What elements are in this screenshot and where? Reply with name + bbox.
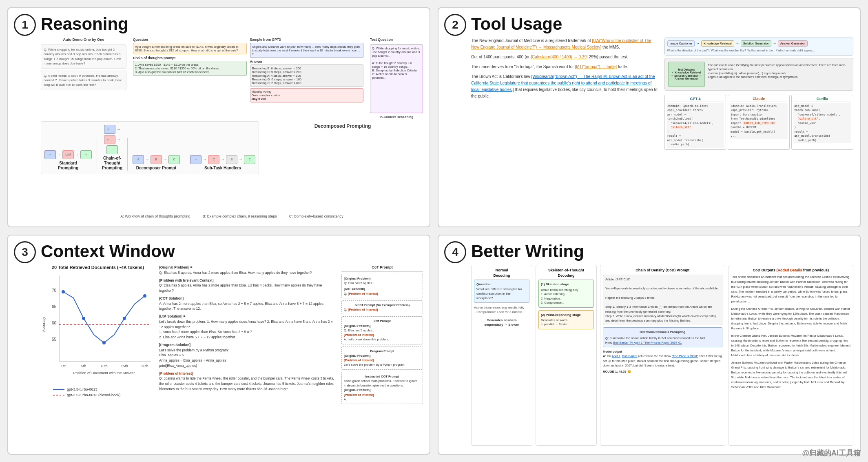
svg-text:5th: 5th — [81, 364, 86, 368]
legend-solid-line — [53, 389, 64, 390]
directional-stimulus-label: Directional Stimulus Prompting — [605, 330, 720, 334]
answer-box: Reasoning E: 6 steps, answer = 200 Reaso… — [250, 64, 364, 87]
cod-outputs-title: CoD Outputs (Added Details from previous… — [731, 268, 851, 273]
card3-chart-area: 20 Total Retrieved Documents (~4K tokens… — [41, 265, 155, 446]
cot-right-col: Sample from GPT3 Angela and Melanie want… — [250, 38, 364, 118]
card-number-1: 1 — [14, 14, 36, 36]
svg-text:Position of Document with the : Position of Document with the Answer — [73, 371, 135, 375]
flow-description: What is the direction of the past? / Wha… — [667, 49, 851, 53]
prompt-examples-col: [Original Problem] = Q: Elsa has 5 apple… — [159, 265, 337, 446]
irrel-label: [Problem with Irrelevant Context] — [159, 278, 337, 283]
gpt4-col: GPT-4 <domain: Speech-to-Text> <api_prov… — [664, 95, 726, 150]
flow-arrow-2: → — [736, 42, 739, 45]
orig-prob-label: [Original Problem] = — [159, 265, 337, 270]
point-exp-content: Generates answersin parallel → Faster — [541, 318, 591, 327]
flow-knowledge: Knowledge Retrieval — [701, 40, 734, 47]
poi-label: [Problem of Interest] — [159, 371, 337, 376]
caption-b: B: Example complex chain, 9 reasoning st… — [203, 214, 277, 218]
pbox-input: ··· — [44, 150, 56, 159]
instructed-cot-label: Instructed COT Prompt — [344, 374, 421, 379]
flow-arrow-1: → — [696, 42, 700, 45]
arrow-cot-2: → — [117, 137, 121, 142]
flow-answer: Answer Generator — [778, 40, 808, 47]
card3-content: 20 Total Retrieved Documents (~4K tokens… — [41, 265, 423, 446]
reasoning-box-1: Q: While shopping for music online, Joe … — [41, 44, 126, 69]
irrelevant-context: [Problem with Irrelevant Context] Q: Els… — [159, 278, 337, 293]
card-title-4: Better Writing — [471, 242, 853, 261]
prog-sol-label: [Program Solution] — [159, 342, 337, 348]
instructed-cot-box: Instructed COT Prompt Solve grade school… — [341, 372, 423, 404]
decomposer-boxes: A → B → C — [133, 155, 180, 164]
normal-question-box: Question: What are different strategies … — [474, 280, 529, 303]
card-number-4: 4 — [444, 241, 466, 263]
reasoning-qa-column: Auto Demo One by One Q: While shopping f… — [41, 38, 126, 118]
card-context-window: 3 Context Window 20 Total Retrieved Docu… — [7, 235, 430, 455]
cod-outputs-section: CoD Outputs (Added Details from previous… — [728, 265, 854, 446]
calc-highlight: [Calculator(400 / 1400) → 0.29] — [531, 55, 588, 59]
flow-row-1: Image Captioner → Knowledge Retrieval → … — [667, 40, 851, 47]
card-title-2: Tool Usage — [471, 15, 853, 33]
claude-header: Claude — [730, 97, 788, 102]
llm-group: LLM — [62, 150, 74, 159]
svg-text:70: 70 — [52, 288, 57, 293]
april-1-link: April 1 — [612, 354, 620, 358]
middle-visual: Test Datasets✓ Knowledge Retrieval → Sol… — [664, 58, 854, 91]
svg-text:1st: 1st — [61, 364, 66, 368]
active-beam-label: Active beam searching results fully ↓ Co… — [474, 305, 529, 314]
gorilla-code: asr_model = torch.hub.load( 'snakers4/si… — [793, 103, 851, 144]
original-problem: [Original Problem] = Q: Elsa has 5 apple… — [159, 265, 337, 275]
price-right-link: "The Price is Right" — [672, 354, 698, 358]
reasoning-box-2: Q: A chef needs to cook 9 potatoes. He h… — [41, 71, 126, 90]
model-compare-section: GPT-4 <domain: Speech-to-Text> <api_prov… — [664, 93, 854, 150]
card4-content: NormalDecoding Question: What are differ… — [471, 265, 853, 446]
ltm-solution: [LtM Solution] = Let's break down this p… — [159, 314, 337, 340]
pbox-dec-c: C — [168, 155, 180, 164]
chart-legend: gpt-3.5-turbo-0613 gpt-3.5-turbo-0613 (c… — [41, 387, 155, 397]
cot-prompt-col: CoT Prompt [Original Problem] Q: Elsa ha… — [341, 265, 423, 446]
gorilla-header: Gorilla — [793, 97, 851, 102]
model-output-section: Model output A: On April 1, Bob Barker r… — [603, 349, 722, 374]
cot-sol-label: [COT Solution] — [159, 296, 337, 301]
poi-inner: [Problem of Interest] — [348, 292, 378, 295]
test-question-label: Test Question — [370, 38, 423, 42]
caption-a: A: Workflow of chain of thoughts prompti… — [120, 214, 190, 218]
svg-point-17 — [143, 294, 146, 298]
visual-text: The question is about identifying the mo… — [706, 62, 850, 87]
cod-para-2: During the Chinese Grand Prix, Jensen Bu… — [731, 307, 851, 331]
cod-para-4: Jensen Button's McLaren collided with Pa… — [731, 360, 851, 390]
model-output-label: Model output — [603, 349, 722, 354]
card-tool-usage: 2 Tool Usage The New England Journal of … — [438, 7, 861, 227]
legend-label-1: gpt-3.5-turbo-0613 — [67, 387, 97, 391]
claude-code: <domain: Audio-Translation> <api_provide… — [730, 103, 788, 139]
para-3: The name derives from "la tortuga", the … — [471, 64, 660, 70]
cot-label: Chain-of-ThoughtPrompting — [102, 156, 122, 171]
orig-prob-ltm: [Original Problem] — [344, 324, 421, 328]
watermark: @归藏的AI工具箱 — [802, 448, 861, 458]
chart-title: 20 Total Retrieved Documents (~4K tokens… — [41, 265, 155, 270]
svg-text:60: 60 — [52, 321, 57, 325]
question-label: Question — [133, 38, 247, 42]
legend-label-2: gpt-3.5-turbo-0613 (closed-book) — [67, 393, 121, 397]
prompt-type-decomposer: A → B → C Decomposer Prompt — [133, 155, 180, 171]
in-context-reasoning-label: In-Context Reasoning — [370, 115, 423, 119]
cot-prompt-box-1: [Original Problem] Q: Elsa has 5 apples.… — [341, 274, 423, 298]
legend-item-1: gpt-3.5-turbo-0613 — [53, 387, 155, 391]
poi-prog: [Problem of Interest] — [344, 358, 421, 362]
ltm-label: [LtM Solution] = — [159, 314, 337, 319]
card-better-writing: 4 Better Writing NormalDecoding Question… — [438, 235, 861, 455]
svg-text:Accuracy: Accuracy — [42, 317, 46, 332]
q-label: Q: — [605, 336, 609, 340]
pbox-st-in: ··· — [190, 155, 202, 164]
card2-diagrams: Image Captioner → Knowledge Retrieval → … — [664, 38, 854, 218]
para-1: The New England Journal of Medicine is a… — [471, 38, 660, 51]
prompt-type-standard: ··· → LLM → ··· StandardPrompting — [44, 150, 92, 171]
cod-para-1: This article discusses an incident that … — [731, 275, 851, 304]
para-2: Out of 1400 participants, 400 (or [Calcu… — [471, 54, 660, 60]
poi-no-exemplar: [Problem of Interest] — [348, 308, 378, 311]
divider-2 — [127, 138, 128, 171]
gpt3-box: Angela and Melanie want to plan how many… — [250, 43, 364, 58]
arrow-cot-1: → — [117, 127, 121, 131]
ltm-prompt-label: LtM Prompt — [344, 319, 421, 323]
normal-decoding-title: NormalDecoding — [474, 268, 529, 278]
pbox-st-b: B — [226, 155, 237, 164]
